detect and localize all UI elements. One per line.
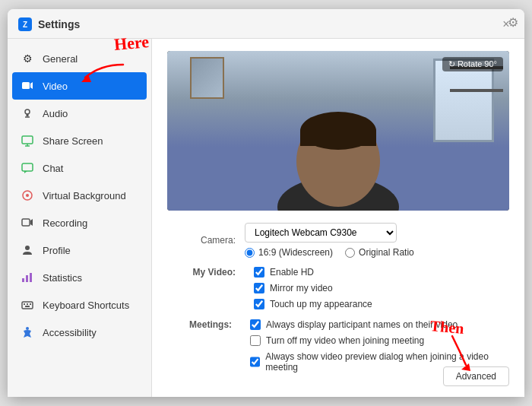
ratio-radio-group: 16:9 (Widescreen) Original Ratio: [245, 247, 509, 258]
my-video-section: My Video: Enable HD Mirror my video Touc…: [167, 267, 509, 315]
svg-point-4: [25, 109, 30, 114]
svg-rect-19: [30, 273, 32, 282]
sidebar-label-video: Video: [43, 81, 68, 92]
turn-off-video-checkbox[interactable]: [250, 335, 261, 346]
enable-hd-checkbox[interactable]: [254, 267, 264, 278]
svg-rect-7: [22, 136, 33, 144]
svg-point-13: [26, 194, 29, 197]
sidebar: ⚙ General Video Audio: [8, 39, 152, 397]
svg-rect-14: [22, 219, 30, 226]
sidebar-item-audio[interactable]: Audio: [8, 100, 151, 127]
statistics-icon: [20, 270, 35, 285]
person-silhouette: [270, 89, 407, 211]
ratio-original-label[interactable]: Original Ratio: [345, 247, 414, 258]
svg-rect-10: [22, 163, 33, 171]
svg-rect-23: [30, 303, 31, 305]
title-bar-left: Z Settings: [18, 17, 80, 31]
rotate-button[interactable]: ↻ Rotate 90°: [442, 57, 503, 71]
svg-rect-24: [25, 306, 30, 307]
touch-up-label: Touch up my appearance: [270, 299, 372, 309]
checkbox-display-names[interactable]: Always display participant names on thei…: [250, 319, 509, 330]
sidebar-item-profile[interactable]: Profile: [8, 236, 151, 264]
picture-frame-bg: [190, 57, 224, 99]
ratio-169-label[interactable]: 16:9 (Widescreen): [245, 247, 333, 258]
sidebar-label-recording: Recording: [43, 217, 87, 229]
general-icon: ⚙: [20, 51, 35, 66]
sidebar-item-keyboard-shortcuts[interactable]: Keyboard Shortcuts: [8, 291, 151, 319]
svg-rect-22: [27, 303, 28, 305]
sidebar-label-virtual-background: Virtual Background: [43, 190, 126, 201]
sidebar-item-statistics[interactable]: Statistics: [8, 264, 151, 291]
sidebar-item-share-screen[interactable]: Share Screen: [8, 127, 151, 154]
recording-icon: [20, 215, 35, 230]
checkbox-mirror-video[interactable]: Mirror my video: [254, 283, 372, 293]
camera-label: Camera:: [167, 235, 236, 246]
virtual-background-icon: [20, 188, 35, 203]
ratio-original-radio[interactable]: [345, 248, 355, 258]
ratio-169-radio[interactable]: [245, 248, 255, 258]
shelf-bg2: [450, 89, 503, 92]
sidebar-label-share-screen: Share Screen: [43, 135, 103, 147]
svg-point-16: [25, 246, 30, 250]
chat-icon: [20, 160, 35, 176]
my-video-checkboxes: Enable HD Mirror my video Touch up my ap…: [254, 267, 372, 315]
sidebar-label-general: General: [43, 53, 78, 65]
sidebar-item-accessibility[interactable]: Accessibility: [8, 319, 151, 346]
video-icon: [20, 78, 35, 94]
sidebar-label-audio: Audio: [43, 108, 68, 119]
camera-row: Camera: Logitech Webcam C930e 16:9 (Wide…: [167, 223, 509, 258]
svg-rect-18: [26, 275, 28, 282]
mirror-video-label: Mirror my video: [270, 283, 333, 293]
svg-rect-21: [24, 303, 25, 305]
sidebar-label-statistics: Statistics: [43, 272, 82, 284]
meetings-label: Meetings:: [167, 319, 232, 378]
svg-marker-11: [24, 171, 27, 173]
enable-hd-label: Enable HD: [270, 267, 314, 278]
sidebar-label-keyboard-shortcuts: Keyboard Shortcuts: [43, 300, 129, 311]
display-names-checkbox[interactable]: [250, 319, 261, 330]
touch-up-checkbox[interactable]: [254, 299, 264, 309]
display-names-label: Always display participant names on thei…: [266, 319, 458, 330]
svg-rect-2: [22, 82, 30, 89]
turn-off-video-label: Turn off my video when joining meeting: [266, 335, 424, 346]
mirror-video-checkbox[interactable]: [254, 283, 264, 293]
sidebar-label-accessibility: Accessibility: [43, 327, 97, 338]
svg-marker-3: [30, 82, 33, 89]
camera-select[interactable]: Logitech Webcam C930e: [245, 223, 397, 243]
sidebar-item-video[interactable]: Video: [12, 72, 147, 100]
checkbox-enable-hd[interactable]: Enable HD: [254, 267, 372, 278]
my-video-label: My Video:: [167, 267, 236, 315]
window-title: Settings: [38, 18, 80, 30]
checkbox-touch-up[interactable]: Touch up my appearance: [254, 299, 372, 309]
main-content: ⚙ General Video Audio: [8, 39, 524, 397]
show-preview-checkbox[interactable]: [250, 357, 260, 367]
svg-marker-15: [30, 219, 33, 226]
settings-window: ⚙ Here Then Z Settings × ⚙ General: [8, 9, 524, 397]
sidebar-label-profile: Profile: [43, 245, 71, 256]
video-bg: [167, 51, 509, 211]
keyboard-shortcuts-icon: [20, 297, 35, 312]
svg-rect-17: [22, 278, 24, 282]
ratio-169-text: 16:9 (Widescreen): [258, 247, 333, 258]
share-screen-icon: [20, 133, 35, 148]
profile-icon: [20, 243, 35, 258]
svg-rect-20: [22, 302, 33, 309]
sidebar-label-chat: Chat: [43, 163, 63, 174]
svg-rect-29: [300, 131, 376, 146]
svg-rect-5: [27, 114, 29, 116]
zoom-logo-icon: Z: [18, 17, 32, 31]
sidebar-item-virtual-background[interactable]: Virtual Background: [8, 182, 151, 209]
sidebar-item-chat[interactable]: Chat: [8, 154, 151, 182]
camera-control: Logitech Webcam C930e 16:9 (Widescreen) …: [245, 223, 509, 258]
sidebar-item-general[interactable]: ⚙ General: [8, 45, 151, 72]
video-preview: ↻ Rotate 90°: [167, 51, 509, 211]
svg-point-25: [26, 327, 29, 330]
audio-icon: [20, 106, 35, 121]
checkbox-turn-off-video[interactable]: Turn off my video when joining meeting: [250, 335, 509, 346]
gear-icon: ⚙: [508, 15, 518, 30]
content-area: ↻ Rotate 90° Camera: Logitech Webcam C93…: [152, 39, 524, 397]
accessibility-icon: [20, 325, 35, 340]
title-bar: Z Settings ×: [8, 9, 524, 39]
sidebar-item-recording[interactable]: Recording: [8, 209, 151, 236]
advanced-button[interactable]: Advanced: [443, 366, 509, 386]
